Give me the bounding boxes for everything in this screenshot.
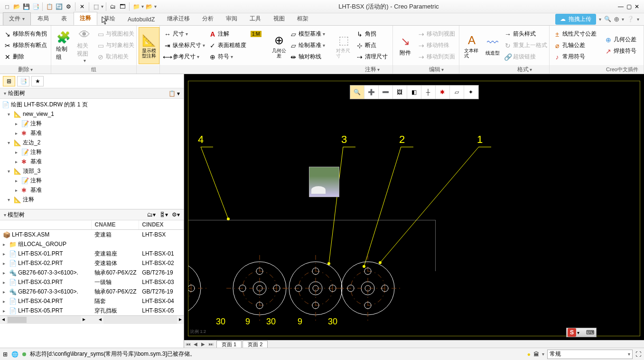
btn-weld-sym[interactable]: ↗焊接符号 [603, 46, 638, 57]
status-tree-icon[interactable]: ⊞ [3, 351, 8, 358]
dim-30b[interactable]: 30 [266, 317, 276, 327]
btn-ordinate[interactable]: ⇥纵坐标尺寸▾ [162, 40, 207, 51]
tree-child[interactable]: ▸📝注释 [0, 176, 184, 185]
panel-hscroll[interactable]: ◂ ▸ ◂ ▸ [0, 315, 184, 324]
qat-windows[interactable]: 🗔 [118, 2, 127, 11]
upload-dropdown[interactable]: ▾ [599, 17, 601, 22]
btn-remove-breaks[interactable]: ✂移除所有断点 [2, 40, 49, 51]
mt-show[interactable]: 🎛▾ [159, 211, 168, 218]
drawing-canvas[interactable]: 🔍 ➕ ➖ 🖼 ◧ ┼ ✱ ▱ ✦ 4 3 2 1 [184, 74, 644, 340]
status-light-icon[interactable]: ● [527, 351, 531, 358]
window-minimize[interactable]: — [618, 3, 624, 10]
tab-analyze[interactable]: 分析 [196, 13, 219, 25]
btn-align-dim[interactable]: ⬚对齐尺寸 [333, 27, 354, 64]
btn-common-sym[interactable]: ♪常用符号 [551, 51, 598, 63]
page-first[interactable]: ⏮ [186, 341, 193, 347]
qat-copy-props[interactable]: 📋 [45, 2, 54, 11]
drawing-tree[interactable]: 📄绘图 LHT-BSX.DRW 的第 1 页 ▾📐new_view_1▸📝注释▸… [0, 99, 184, 209]
btn-rel-view[interactable]: ▭与视图相关 [95, 28, 136, 40]
btn-jog[interactable]: ↳角拐 [354, 28, 390, 40]
status-globe-icon[interactable]: 🌐 [11, 351, 19, 358]
window-maximize[interactable]: ▢ [626, 3, 632, 10]
tree-node[interactable]: ▾📐注释 [0, 195, 184, 204]
table-row[interactable]: ▸🔩GB276-607-3-3<6100>.轴承607-P6X/2ZGB/T27… [0, 268, 184, 277]
qat-regen[interactable]: 🔄 [55, 2, 63, 11]
page-prev[interactable]: ◀ [194, 341, 200, 347]
dim-9b[interactable]: 9 [298, 317, 302, 327]
model-table[interactable]: 📦LHT-BSX.ASM变速箱LHT-BSX▸📁组LOCAL_GROUP▸📄LH… [0, 230, 184, 315]
qat-layers[interactable]: 🗂 [109, 2, 117, 11]
tab-view[interactable]: 视图 [268, 13, 290, 25]
qat-save[interactable]: 💾 [22, 2, 30, 11]
dim-9a[interactable]: 9 [245, 317, 250, 327]
table-row[interactable]: ▸📄LHT-BSX-04.PRT隔套LHT-BSX-04 [0, 296, 184, 306]
window-close[interactable]: ✕ [635, 3, 639, 10]
search-icon[interactable]: 🔍 [604, 16, 611, 22]
mt-filter[interactable]: 🗂▾ [147, 211, 156, 218]
btn-model-datum[interactable]: ▱模型基准▾ [288, 28, 327, 40]
btn-scale[interactable]: 1:M [249, 28, 263, 40]
qat-folder-open[interactable]: 📁 [132, 2, 140, 11]
dim-30c[interactable]: 30 [328, 317, 337, 327]
tree-child[interactable]: ▸✱基准 [0, 128, 184, 138]
btn-repeat-fmt[interactable]: ↻重复上一格式 [502, 40, 549, 51]
help-icon[interactable]: ❔ [627, 16, 634, 22]
qat-open[interactable]: 📂 [12, 2, 21, 11]
tab-autobuildz[interactable]: AutobuildZ [122, 14, 160, 25]
btn-dimension[interactable]: ↔尺寸▾ [162, 28, 207, 40]
tab-inherit[interactable]: 继承迁移 [161, 13, 196, 25]
btn-move-special[interactable]: ⇢移动特殊 [416, 40, 457, 51]
lp-tab-layers[interactable]: 📑 [17, 76, 29, 86]
tree-child[interactable]: ▸✱基准 [0, 185, 184, 195]
btn-show-model-annot[interactable]: 📐 显示模型注释 [139, 27, 159, 64]
qat-save-copy[interactable]: 📑 [31, 2, 40, 11]
tab-file[interactable]: 文件▾ [3, 12, 31, 25]
lp-tab-fav[interactable]: ★ [31, 76, 44, 86]
btn-linear-tol[interactable]: ±线性尺寸公差 [551, 28, 598, 40]
tab-frame[interactable]: 框架 [291, 13, 314, 25]
tree-child[interactable]: ▸📝注释 [0, 147, 184, 157]
qat-select-box[interactable]: ⬚ [92, 2, 100, 11]
btn-refdim[interactable]: ⟷参考尺寸▾ [162, 51, 207, 63]
btn-symbol[interactable]: ⊕符号▾ [207, 51, 248, 63]
btn-attach[interactable]: ↘附件 [395, 27, 416, 64]
table-row[interactable]: ▸📄LHT-BSX-03.PRT一级轴LHT-BSX-03 [0, 277, 184, 287]
btn-geo-tol2[interactable]: ⊕几何公差 [603, 34, 638, 46]
btn-hole-tol[interactable]: ⌀孔轴公差 [551, 40, 598, 51]
table-row[interactable]: ▸📁组LOCAL_GROUP [0, 239, 184, 249]
table-row[interactable]: ▸📄LHT-BSX-05.PRT穿孔挡板LHT-BSX-05 [0, 306, 184, 315]
table-row[interactable]: ▸📄LHT-BSX-01.PRT变速箱座LHT-BSX-01 [0, 249, 184, 258]
btn-move-view[interactable]: ⇢移动到视图 [416, 28, 457, 40]
page-1-tab[interactable]: 页面 1 [216, 341, 242, 348]
btn-rel-obj[interactable]: ▭与对象相关 [95, 40, 136, 51]
btn-delete[interactable]: ✕删除 [2, 51, 49, 63]
btn-surface[interactable]: ✓表面粗糙度 [207, 40, 248, 51]
qat-close-win[interactable]: ✕ [78, 2, 86, 11]
tab-table[interactable]: 表 [56, 13, 73, 25]
btn-move-page[interactable]: ⇢移动到页面 [416, 51, 457, 63]
tree-node[interactable]: ▾📐左边_2 [0, 138, 184, 147]
btn-note[interactable]: A注解 [207, 28, 248, 40]
tree-node[interactable]: ▾📐顶部_3 [0, 166, 184, 176]
dim-30a[interactable]: 30 [216, 317, 225, 327]
status-filter-icon[interactable]: 🏛 [533, 351, 539, 358]
btn-hyperlink[interactable]: 🔗超级链接 [502, 51, 549, 63]
tab-tools[interactable]: 工具 [244, 13, 267, 25]
tab-layout[interactable]: 布局 [32, 13, 55, 25]
qat-folder[interactable]: 📂 [145, 2, 153, 11]
tree-node[interactable]: ▾📐new_view_1 [0, 109, 184, 119]
btn-remove-jogs[interactable]: ↘移除所有角拐 [2, 28, 49, 40]
tree-child[interactable]: ▸📝注释 [0, 119, 184, 128]
page-last[interactable]: ⏭ [209, 341, 215, 347]
lp-tab-tree[interactable]: ⊞ [3, 76, 15, 86]
tab-annotate[interactable]: 注释 [74, 12, 97, 25]
btn-arrow-style[interactable]: →箭头样式 [502, 28, 549, 40]
page-next[interactable]: ▶ [201, 341, 208, 347]
mt-settings[interactable]: ⚙▾ [172, 211, 180, 218]
page-2-tab[interactable]: 页面 2 [243, 341, 268, 348]
tab-review[interactable]: 审阅 [220, 13, 243, 25]
table-row[interactable]: ▸📄LHT-BSX-02.PRT变速箱体LHT-BSX-02 [0, 258, 184, 268]
tree-settings[interactable]: 📋 ▾ [168, 90, 180, 97]
btn-unrel[interactable]: ⊘取消相关 [95, 51, 136, 63]
target-icon[interactable]: ◎ [614, 16, 619, 22]
